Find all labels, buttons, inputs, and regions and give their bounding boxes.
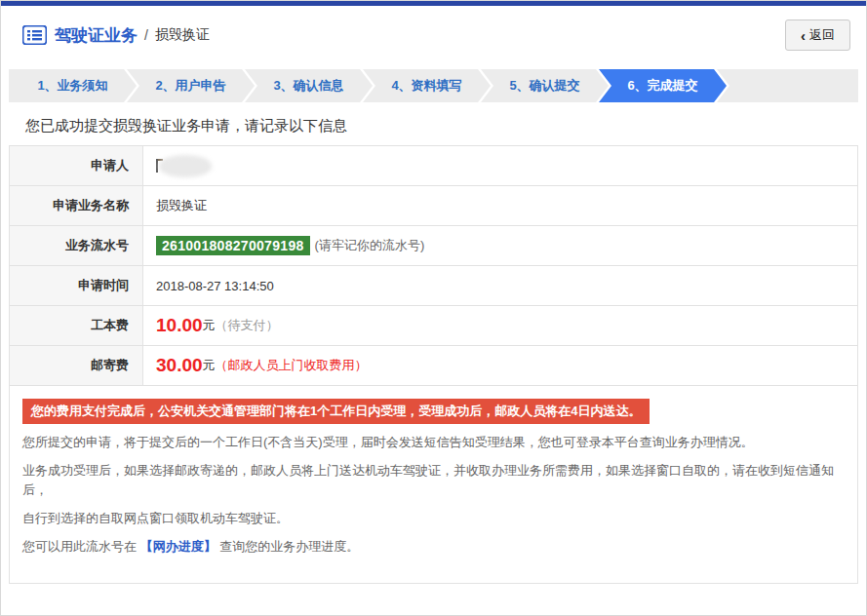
row-label: 邮寄费 <box>10 346 143 385</box>
production-fee-value: 10.00 元 （待支付） <box>143 306 857 345</box>
breadcrumb-divider: / <box>144 27 148 43</box>
step-3-confirm-info[interactable]: 3、确认信息 <box>245 69 373 102</box>
success-message: 您已成功提交损毁换证业务申请，请记录以下信息 <box>25 117 866 135</box>
serial-number-badge: 261001808270079198 <box>156 236 310 255</box>
fee-unit: 元 <box>203 317 216 334</box>
table-row-applicant: 申请人 <box>10 146 857 186</box>
apply-time-value: 2018-08-27 13:14:50 <box>143 266 857 305</box>
step-2-user-declaration[interactable]: 2、用户申告 <box>127 69 255 102</box>
serial-number-note: (请牢记你的流水号) <box>315 237 425 254</box>
page-header: 驾驶证业务 / 损毁换证 ‹ 返回 <box>1 6 866 63</box>
step-wizard: 1、业务须知 2、用户申告 3、确认信息 4、资料填写 5、确认提交 6、完成提… <box>9 69 858 102</box>
business-name-value: 损毁换证 <box>143 186 857 225</box>
applicant-name-redacted <box>156 154 212 177</box>
notice-paragraph: 自行到选择的自取网点窗口领取机动车驾驶证。 <box>22 509 845 528</box>
table-row-apply-time: 申请时间 2018-08-27 13:14:50 <box>10 266 857 306</box>
progress-suffix: 查询您的业务办理进度。 <box>219 539 359 554</box>
notice-paragraph: 业务成功受理后，如果选择邮政寄递的，邮政人员将上门送达机动车驾驶证，并收取办理业… <box>22 461 845 500</box>
redaction-blur <box>159 155 212 177</box>
fee-note: （待支付） <box>216 317 279 334</box>
fee-amount: 10.00 <box>156 315 203 336</box>
fee-note: （邮政人员上门收取费用） <box>216 357 368 374</box>
result-info-box: 申请人 申请业务名称 损毁换证 业务流水号 261001808270079198… <box>9 145 858 584</box>
row-label: 业务流水号 <box>10 226 143 265</box>
row-label: 申请时间 <box>10 266 143 305</box>
step-5-confirm-submit[interactable]: 5、确认提交 <box>481 69 609 102</box>
table-row-serial-number: 业务流水号 261001808270079198 (请牢记你的流水号) <box>10 226 857 266</box>
step-6-complete-submit[interactable]: 6、完成提交 <box>599 69 727 102</box>
notice-section: 您的费用支付完成后，公安机关交通管理部门将在1个工作日内受理，受理成功后，邮政人… <box>10 386 857 583</box>
postage-fee-value: 30.00 元 （邮政人员上门收取费用） <box>143 346 857 385</box>
step-bar-filler <box>717 69 858 102</box>
progress-prefix: 您可以用此流水号在 <box>22 539 137 554</box>
table-row-production-fee: 工本费 10.00 元 （待支付） <box>10 306 857 346</box>
notice-paragraph: 您所提交的申请，将于提交后的一个工作日(不含当天)受理，届时会发送短信告知受理结… <box>22 433 845 452</box>
row-label: 工本费 <box>10 306 143 345</box>
breadcrumb-current: 损毁换证 <box>155 26 210 44</box>
form-list-icon <box>22 25 47 45</box>
table-row-postage-fee: 邮寄费 30.00 元 （邮政人员上门收取费用） <box>10 346 857 386</box>
payment-alert-banner: 您的费用支付完成后，公安机关交通管理部门将在1个工作日内受理，受理成功后，邮政人… <box>22 399 650 424</box>
fee-amount: 30.00 <box>156 355 203 376</box>
row-label: 申请人 <box>10 146 143 185</box>
page-container: 驾驶证业务 / 损毁换证 ‹ 返回 1、业务须知 2、用户申告 3、确认信息 4… <box>0 0 867 616</box>
step-1-business-notice[interactable]: 1、业务须知 <box>9 69 137 102</box>
progress-query-line: 您可以用此流水号在 【网办进度】 查询您的业务办理进度。 <box>22 537 845 557</box>
applicant-name-value <box>143 146 857 185</box>
table-row-business-name: 申请业务名称 损毁换证 <box>10 186 857 226</box>
step-4-fill-data[interactable]: 4、资料填写 <box>363 69 491 102</box>
page-title: 驾驶证业务 <box>55 24 138 47</box>
chevron-left-icon: ‹ <box>801 30 806 41</box>
back-button-top[interactable]: ‹ 返回 <box>785 19 850 51</box>
back-button-label: 返回 <box>809 26 835 44</box>
row-label: 申请业务名称 <box>10 186 143 225</box>
serial-number-value: 261001808270079198 (请牢记你的流水号) <box>143 226 857 265</box>
fee-unit: 元 <box>203 357 216 374</box>
progress-link[interactable]: 【网办进度】 <box>140 539 217 554</box>
